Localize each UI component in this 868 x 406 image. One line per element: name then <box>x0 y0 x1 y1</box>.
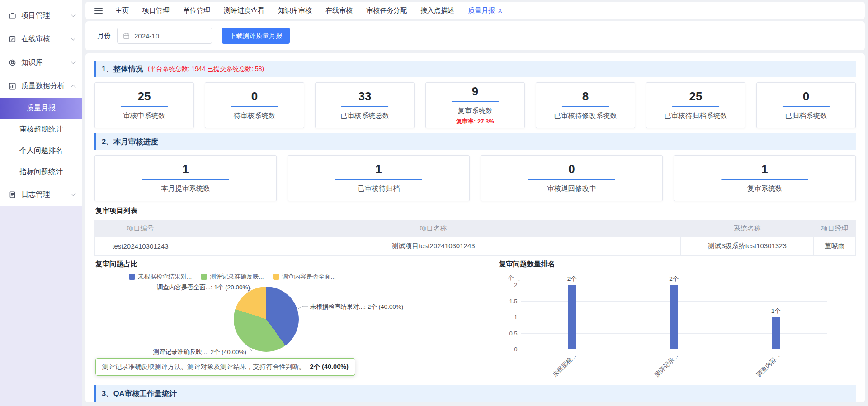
stat-card-reviewed-total: 33 已审核系统总数 <box>315 82 415 128</box>
stat-underline <box>142 179 229 180</box>
sidebar-item-personal-problem-ranking[interactable]: 个人问题排名 <box>0 140 82 161</box>
stat-value: 1 <box>761 163 768 175</box>
tab-knowledge-review[interactable]: 知识库审核 <box>278 6 312 15</box>
section-subtitle: (平台系统总数: 1944 已提交系统总数: 58) <box>148 65 264 73</box>
analysis-icon <box>8 82 16 90</box>
cell-project-id: test202410301243 <box>95 237 186 256</box>
stat-card-re-review: 9 复审系统数 复审率: 27.3% <box>425 82 525 128</box>
tab-unit-management[interactable]: 单位管理 <box>183 6 210 15</box>
stat-label: 审核中系统数 <box>123 111 165 121</box>
y-tick: 2 <box>505 282 518 288</box>
cell-project-name: 测试项目test202410301243 <box>186 237 680 256</box>
download-monthly-report-button[interactable]: 下载测评质量月报 <box>222 28 290 44</box>
sidebar-item-label: 质量数据分析 <box>21 81 66 91</box>
pie-slice-label: 测评记录准确反映...: 2个 (40.00%) <box>94 348 246 356</box>
main-area: 主页 项目管理 单位管理 测评进度查看 知识库审核 在线审核 审核任务分配 接入… <box>82 0 868 406</box>
chart-tooltip: 测评记录准确反映测评方法、测评对象及测评结果，支持符合性判断。 2个 (40.0… <box>95 358 355 376</box>
review-icon <box>8 35 16 43</box>
stat-underline <box>121 106 168 107</box>
sidebar-item-label: 知识库 <box>21 58 66 67</box>
table-row: test202410301243 测试项目test202410301243 测试… <box>95 237 856 256</box>
legend-swatch-yellow <box>273 274 279 280</box>
sidebar-item-label: 项目管理 <box>21 11 66 20</box>
stat-underline <box>672 106 720 107</box>
stat-label: 已审核待归档系统数 <box>664 111 727 121</box>
y-tick: 1.5 <box>505 298 518 305</box>
section-title: 3、QA审核工作量统计 <box>102 389 177 399</box>
stat-label: 已审核待归档 <box>358 184 400 194</box>
legend-item[interactable]: 调查内容是否全面... <box>273 273 336 281</box>
sidebar-item-review-overdue-stats[interactable]: 审核超期统计 <box>0 119 82 140</box>
stat-card-reviewed-pending-archive: 1 已审核待归档 <box>288 155 470 201</box>
stat-label: 待审核系统数 <box>234 111 276 121</box>
knowledge-icon <box>8 58 16 66</box>
tab-home[interactable]: 主页 <box>115 6 129 15</box>
legend-item[interactable]: 测评记录准确反映... <box>201 273 264 281</box>
tab-label: 质量月报 <box>468 6 495 15</box>
stat-card-returned-for-modification: 0 审核退回修改中 <box>481 155 663 201</box>
close-icon[interactable]: X <box>498 7 502 14</box>
section-title: 1、整体情况 <box>102 64 143 74</box>
tab-access-point-description[interactable]: 接入点描述 <box>420 6 454 15</box>
legend-swatch-blue <box>129 274 135 280</box>
tab-review-task-assignment[interactable]: 审核任务分配 <box>366 6 407 15</box>
sidebar-item-log-management[interactable]: 日志管理 <box>0 183 82 206</box>
tab-quality-monthly-report[interactable]: 质量月报 X <box>468 6 502 15</box>
stat-underline <box>562 106 609 107</box>
bar-series-item <box>670 285 678 349</box>
stat-value: 0 <box>803 90 809 102</box>
col-project-id: 项目编号 <box>95 220 186 237</box>
tooltip-value: 2个 (40.00%) <box>310 363 349 371</box>
sidebar-item-online-review[interactable]: 在线审核 <box>0 27 82 51</box>
stat-card-submitted-this-month: 1 本月提审系统数 <box>94 155 277 201</box>
stat-underline <box>528 179 615 180</box>
y-tick: 0.5 <box>505 330 518 337</box>
cell-project-manager: 董晓雨 <box>814 237 856 256</box>
tab-online-review[interactable]: 在线审核 <box>326 6 353 15</box>
chevron-down-icon <box>71 191 75 196</box>
filter-bar: 月份 2024-10 下载测评质量月报 <box>85 21 865 50</box>
bar-series-item <box>568 285 576 349</box>
stat-value: 0 <box>251 90 258 102</box>
report-content: 1、整体情况 (平台系统总数: 1944 已提交系统总数: 58) 25 审核中… <box>85 53 865 402</box>
month-picker-input[interactable]: 2024-10 <box>117 28 212 44</box>
legend-item[interactable]: 未根据检查结果对... <box>129 273 192 281</box>
stat-card-pending-archive: 25 已审核待归档系统数 <box>646 82 745 128</box>
table-header-row: 项目编号 项目名称 系统名称 项目经理 <box>95 220 856 237</box>
nav-tabs: 主页 项目管理 单位管理 测评进度查看 知识库审核 在线审核 审核任务分配 接入… <box>115 6 502 15</box>
stat-card-pending-review: 0 待审核系统数 <box>205 82 304 128</box>
tab-project-management[interactable]: 项目管理 <box>142 6 170 15</box>
month-value: 2024-10 <box>134 32 159 40</box>
bar-chart: 复审问题数量排名 个 ↑ 2 1.5 1 0.5 0 2个 <box>498 260 856 380</box>
stat-card-in-review: 25 审核中系统数 <box>94 82 194 128</box>
stat-label: 复审系统数 <box>458 106 493 116</box>
col-project-name: 项目名称 <box>186 220 680 237</box>
pie-slice-label: 未根据检查结果对...: 2个 (40.00%) <box>310 303 403 311</box>
sidebar-item-quality-data-analysis[interactable]: 质量数据分析 <box>0 74 82 98</box>
sidebar-item-label: 在线审核 <box>21 34 66 44</box>
pie-graphic[interactable] <box>234 287 299 352</box>
section-overall-header: 1、整体情况 (平台系统总数: 1944 已提交系统总数: 58) <box>94 61 856 77</box>
stat-underline <box>721 179 808 180</box>
chevron-down-icon <box>71 12 75 17</box>
stat-value: 25 <box>689 90 703 102</box>
sidebar-item-knowledge-base[interactable]: 知识库 <box>0 51 82 74</box>
stat-underline <box>783 106 830 107</box>
sidebar-item-quality-monthly-report[interactable]: 质量月报 <box>0 98 82 119</box>
menu-toggle-icon[interactable] <box>94 8 103 14</box>
stat-card-pending-modification: 8 已审核待修改系统数 <box>536 82 635 128</box>
sidebar-submenu: 质量月报 审核超期统计 个人问题排名 指标问题统计 <box>0 98 82 183</box>
sidebar-item-label: 日志管理 <box>21 190 66 199</box>
review-project-table: 项目编号 项目名称 系统名称 项目经理 test202410301243 测试项… <box>94 220 856 256</box>
sidebar-item-project-management[interactable]: 项目管理 <box>0 4 82 27</box>
stat-value: 9 <box>472 85 478 97</box>
re-review-rate: 复审率: 27.3% <box>456 118 494 126</box>
stat-label: 已审核待修改系统数 <box>554 111 617 121</box>
stat-card-re-review-systems: 1 复审系统数 <box>674 155 856 201</box>
pie-legend: 未根据检查结果对... 测评记录准确反映... 调查内容是否全面... <box>129 273 498 281</box>
tab-evaluation-progress[interactable]: 测评进度查看 <box>224 6 264 15</box>
project-icon <box>8 11 16 19</box>
sidebar-item-indicator-problem-stats[interactable]: 指标问题统计 <box>0 161 82 183</box>
stat-value: 1 <box>375 163 382 175</box>
chevron-down-icon <box>71 59 75 64</box>
